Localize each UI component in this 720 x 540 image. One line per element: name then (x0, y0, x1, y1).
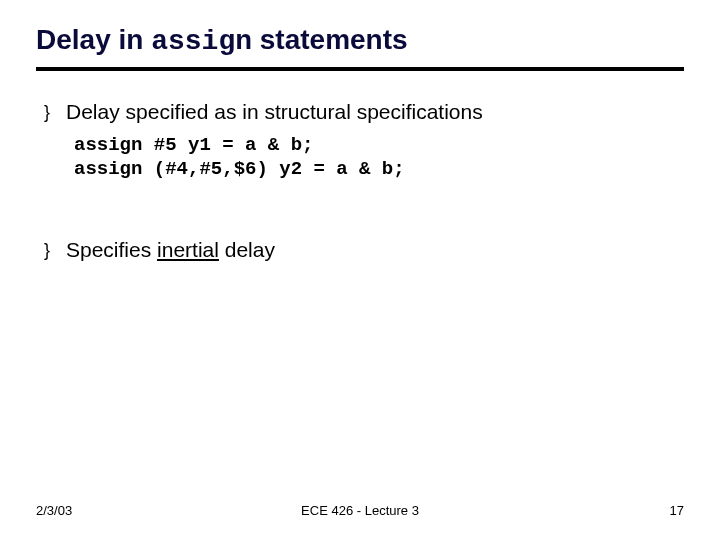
title-part1: Delay in (36, 24, 151, 55)
bullet-item-2: } Specifies inertial delay (44, 237, 684, 263)
bullet-icon: } (44, 237, 66, 263)
bullet-1-text: Delay specified as in structural specifi… (66, 99, 483, 125)
bullet-2-post: delay (219, 238, 275, 261)
bullet-item-1: } Delay specified as in structural speci… (44, 99, 684, 125)
bullet-2-text: Specifies inertial delay (66, 237, 275, 263)
code-block: assign #5 y1 = a & b; assign (#4,#5,$6) … (74, 133, 684, 181)
slide: Delay in assign statements } Delay speci… (0, 0, 720, 540)
footer-date: 2/3/03 (36, 503, 72, 518)
code-line-2: assign (#4,#5,$6) y2 = a & b; (74, 158, 405, 180)
bullet-icon: } (44, 99, 66, 125)
title-part2: statements (252, 24, 408, 55)
title-divider (36, 67, 684, 71)
footer-page-number: 17 (670, 503, 684, 518)
bullet-2-underline: inertial (157, 238, 219, 261)
code-line-1: assign #5 y1 = a & b; (74, 134, 313, 156)
footer-center: ECE 426 - Lecture 3 (301, 503, 419, 518)
slide-title: Delay in assign statements (36, 24, 684, 57)
bullet-2-pre: Specifies (66, 238, 157, 261)
slide-footer: 2/3/03 ECE 426 - Lecture 3 17 (36, 503, 684, 518)
title-code: assign (151, 26, 252, 57)
slide-body: } Delay specified as in structural speci… (36, 99, 684, 263)
